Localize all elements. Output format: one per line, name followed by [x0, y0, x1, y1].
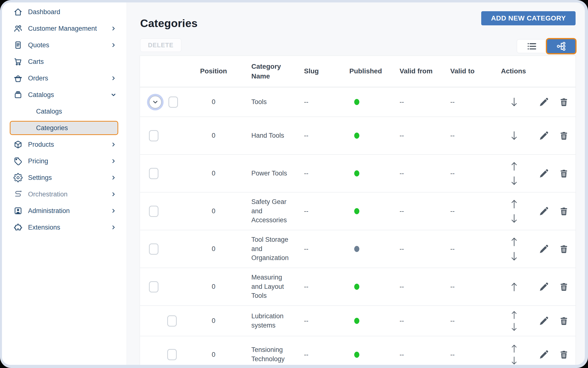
chevron-right-icon [110, 42, 117, 48]
row-checkbox[interactable] [167, 349, 177, 360]
chevron-right-icon [110, 191, 117, 198]
sidebar-item-settings[interactable]: Settings [2, 169, 127, 186]
edit-icon[interactable] [539, 130, 549, 141]
cell-position: 0 [193, 306, 234, 336]
edit-icon[interactable] [539, 168, 549, 179]
sidebar-subitem-categories[interactable]: Categories [10, 121, 118, 135]
sidebar-item-extensions[interactable]: Extensions [2, 219, 127, 236]
edit-icon[interactable] [539, 97, 549, 107]
sidebar-item-catalogs[interactable]: Catalogs [2, 87, 127, 103]
cell-published [339, 155, 381, 192]
delete-icon[interactable] [559, 281, 569, 292]
tree-view-button[interactable] [547, 39, 575, 53]
column-header-valid-to: Valid to [434, 56, 485, 87]
sidebar-item-label: Settings [28, 174, 52, 182]
cell-slug: -- [300, 193, 339, 230]
cell-position: 0 [193, 87, 234, 116]
cell-position: 0 [193, 336, 234, 365]
sidebar-item-quotes[interactable]: Quotes [2, 37, 127, 53]
sidebar-item-dashboard[interactable]: Dashboard [2, 4, 127, 20]
delete-icon[interactable] [559, 316, 569, 326]
add-new-category-button[interactable]: ADD NEW CATEGORY [481, 11, 576, 25]
cell-position: 0 [193, 193, 234, 230]
move-down-icon[interactable] [509, 322, 519, 332]
delete-icon[interactable] [559, 97, 569, 107]
move-up-icon[interactable] [509, 281, 519, 292]
cell-actions [485, 230, 576, 268]
cell-valid-from: -- [381, 336, 434, 365]
delete-icon[interactable] [559, 206, 569, 217]
sidebar-subitem-label: Catalogs [36, 108, 62, 115]
edit-icon[interactable] [539, 206, 549, 217]
move-up-icon[interactable] [509, 310, 519, 320]
sidebar-item-administration[interactable]: Administration [2, 203, 127, 219]
cell-valid-to: -- [434, 268, 485, 305]
move-up-icon[interactable] [509, 161, 519, 172]
sidebar-item-products[interactable]: Products [2, 136, 127, 153]
move-down-icon[interactable] [509, 251, 519, 262]
cell-position: 0 [193, 268, 234, 305]
sidebar-item-carts[interactable]: Carts [2, 53, 127, 70]
row-checkbox[interactable] [149, 168, 158, 179]
edit-icon[interactable] [539, 316, 549, 326]
page-title: Categories [140, 17, 198, 30]
expand-row-button[interactable] [149, 96, 162, 108]
sidebar-item-pricing[interactable]: Pricing [2, 153, 127, 169]
chevron-right-icon [110, 224, 117, 231]
cell-published [339, 336, 381, 365]
delete-button[interactable]: DELETE [140, 39, 181, 52]
delete-icon[interactable] [559, 130, 569, 141]
chevron-down-icon [110, 92, 117, 98]
cell-slug: -- [300, 87, 339, 116]
column-header-valid-from: Valid from [381, 56, 434, 87]
row-checkbox[interactable] [168, 97, 178, 108]
cell-valid-to: -- [434, 155, 485, 192]
list-view-button[interactable] [517, 39, 547, 53]
move-up-icon[interactable] [509, 199, 519, 209]
row-checkbox[interactable] [149, 206, 158, 217]
categories-table: Position Category Name Slug Published Va… [140, 56, 576, 365]
row-checkbox[interactable] [149, 243, 158, 255]
cell-valid-from: -- [381, 306, 434, 336]
cell-valid-to: -- [434, 193, 485, 230]
sidebar-item-orchestration[interactable]: Orchestration [2, 186, 127, 203]
published-status-dot [354, 208, 359, 214]
edit-icon[interactable] [539, 349, 549, 360]
view-toggle [517, 38, 577, 54]
move-down-icon[interactable] [509, 213, 519, 224]
row-checkbox[interactable] [149, 130, 158, 141]
move-down-icon[interactable] [509, 356, 519, 365]
sidebar-item-orders[interactable]: Orders [2, 70, 127, 87]
cell-published [339, 117, 381, 154]
chevron-right-icon [110, 158, 117, 165]
cell-published [339, 87, 381, 116]
table-row: 0 Hand Tools -- -- -- [140, 116, 576, 154]
row-checkbox[interactable] [149, 281, 158, 292]
row-checkbox[interactable] [167, 315, 177, 327]
sidebar-subitem-label: Categories [36, 124, 68, 132]
cell-valid-from: -- [381, 155, 434, 192]
delete-icon[interactable] [559, 168, 569, 179]
chevron-right-icon [110, 25, 117, 32]
cell-valid-from: -- [381, 193, 434, 230]
cell-valid-to: -- [434, 336, 485, 365]
move-down-icon[interactable] [509, 130, 519, 141]
edit-icon[interactable] [539, 281, 549, 292]
move-up-icon[interactable] [509, 344, 519, 353]
move-up-icon[interactable] [509, 236, 519, 247]
delete-icon[interactable] [559, 244, 569, 254]
cell-category-name: Tensioning Technology [234, 336, 300, 365]
sidebar-subitem-catalogs[interactable]: Catalogs [2, 103, 127, 120]
move-down-icon[interactable] [509, 97, 519, 107]
cell-slug: -- [300, 336, 339, 365]
column-header-actions: Actions [485, 56, 576, 87]
cell-category-name: Lubrication systems [234, 306, 300, 336]
puzzle-icon [13, 223, 24, 232]
cell-valid-from: -- [381, 268, 434, 305]
move-down-icon[interactable] [509, 175, 519, 186]
delete-icon[interactable] [559, 349, 569, 360]
edit-icon[interactable] [539, 244, 549, 254]
sidebar-item-customer-management[interactable]: Customer Management [2, 20, 127, 37]
cell-actions [485, 336, 576, 365]
sidebar-item-label: Customer Management [28, 25, 97, 32]
